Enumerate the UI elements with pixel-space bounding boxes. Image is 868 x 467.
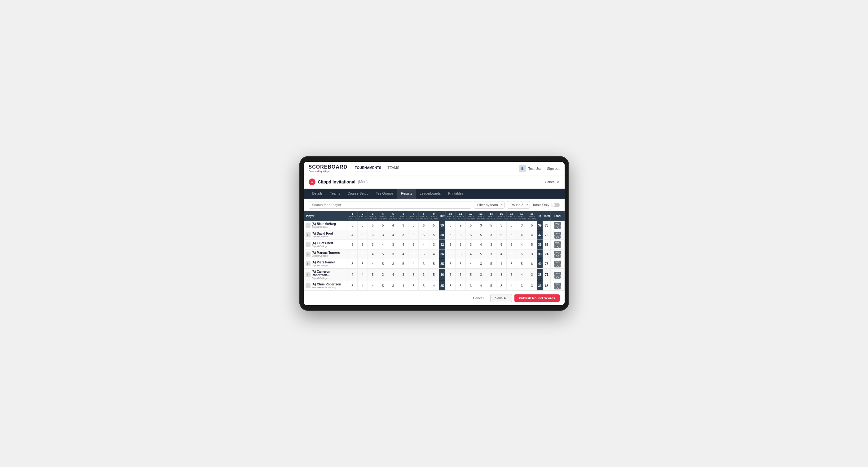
hole-18-score[interactable]: 3 — [527, 249, 537, 259]
hole-18-score[interactable]: 3 — [527, 281, 537, 291]
hole-17-score[interactable]: 4 — [517, 269, 527, 281]
signout-link[interactable]: Sign out — [547, 167, 559, 170]
hole-17-score[interactable]: 3 — [517, 221, 527, 230]
hole-8-score[interactable]: 4 — [418, 240, 429, 249]
hole-9-score[interactable]: 4 — [429, 249, 439, 259]
hole-16-score[interactable]: 3 — [506, 221, 517, 230]
hole-14-score[interactable]: 3 — [486, 249, 496, 259]
tab-teams[interactable]: Teams — [326, 189, 344, 199]
hole-11-score[interactable]: 5 — [456, 230, 466, 240]
publish-round-scores-button[interactable]: Publish Round Scores — [515, 294, 559, 302]
hole-10-score[interactable]: 3 — [445, 281, 456, 291]
hole-4-score[interactable]: 4 — [378, 240, 388, 249]
hole-17-score[interactable]: 3 — [517, 281, 527, 291]
hole-9-score[interactable]: 5 — [429, 259, 439, 269]
hole-7-score[interactable]: 3 — [408, 281, 418, 291]
hole-12-score[interactable]: 4 — [466, 249, 476, 259]
hole-6-score[interactable]: 4 — [398, 249, 408, 259]
hole-1-score[interactable]: 3 — [347, 281, 357, 291]
hole-1-score[interactable]: 4 — [347, 230, 357, 240]
hole-5-score[interactable]: 3 — [388, 240, 398, 249]
hole-18-score[interactable]: 5 — [527, 240, 537, 249]
tab-course-setup[interactable]: Course Setup — [344, 189, 372, 199]
dq-badge[interactable]: DQ — [554, 264, 561, 268]
hole-11-score[interactable]: 5 — [456, 281, 466, 291]
hole-14-score[interactable]: 5 — [486, 259, 496, 269]
hole-3-score[interactable]: 3 — [368, 230, 378, 240]
hole-1-score[interactable]: 4 — [347, 269, 357, 281]
hole-5-score[interactable]: 4 — [388, 269, 398, 281]
hole-8-score[interactable]: 3 — [418, 259, 429, 269]
tab-details[interactable]: Details — [309, 189, 327, 199]
hole-10-score[interactable]: 3 — [445, 230, 456, 240]
hole-18-score[interactable]: 6 — [527, 259, 537, 269]
hole-6-score[interactable]: 4 — [398, 240, 408, 249]
hole-3-score[interactable]: 4 — [368, 281, 378, 291]
nav-link-teams[interactable]: TEAMS — [388, 166, 399, 172]
hole-1-score[interactable]: 5 — [347, 249, 357, 259]
hole-4-score[interactable]: 5 — [378, 259, 388, 269]
tab-leaderboards[interactable]: Leaderboards — [416, 189, 444, 199]
hole-10-score[interactable]: 3 — [445, 240, 456, 249]
hole-6-score[interactable]: 3 — [398, 269, 408, 281]
hole-4-score[interactable]: 5 — [378, 249, 388, 259]
hole-13-score[interactable]: 4 — [476, 240, 486, 249]
dq-badge[interactable]: DQ — [554, 226, 561, 229]
hole-15-score[interactable]: 4 — [496, 249, 506, 259]
hole-8-score[interactable]: 5 — [418, 249, 429, 259]
hole-8-score[interactable]: 3 — [418, 269, 429, 281]
hole-13-score[interactable]: 4 — [476, 281, 486, 291]
hole-10-score[interactable]: 6 — [445, 269, 456, 281]
hole-15-score[interactable]: 3 — [496, 281, 506, 291]
hole-6-score[interactable]: 3 — [398, 221, 408, 230]
search-input[interactable] — [309, 201, 472, 209]
hole-2-score[interactable]: 4 — [357, 281, 368, 291]
hole-7-score[interactable]: 3 — [408, 240, 418, 249]
hole-9-score[interactable]: 4 — [429, 281, 439, 291]
hole-13-score[interactable]: 3 — [476, 221, 486, 230]
hole-7-score[interactable]: 4 — [408, 259, 418, 269]
hole-9-score[interactable]: 3 — [429, 240, 439, 249]
hole-10-score[interactable]: 6 — [445, 221, 456, 230]
hole-17-score[interactable]: 4 — [517, 240, 527, 249]
tab-printables[interactable]: Printables — [444, 189, 467, 199]
hole-17-score[interactable]: 5 — [517, 259, 527, 269]
hole-11-score[interactable]: 3 — [456, 249, 466, 259]
hole-18-score[interactable]: 4 — [527, 230, 537, 240]
hole-13-score[interactable]: 5 — [476, 230, 486, 240]
hole-1-score[interactable]: 3 — [347, 259, 357, 269]
hole-12-score[interactable]: 5 — [466, 221, 476, 230]
hole-5-score[interactable]: 4 — [388, 221, 398, 230]
hole-14-score[interactable]: 3 — [486, 230, 496, 240]
hole-11-score[interactable]: 9 — [456, 221, 466, 230]
hole-10-score[interactable]: 5 — [445, 249, 456, 259]
dq-badge[interactable]: DQ — [554, 275, 561, 279]
hole-12-score[interactable]: 3 — [466, 281, 476, 291]
hole-8-score[interactable]: 6 — [418, 221, 429, 230]
hole-3-score[interactable]: 5 — [368, 221, 378, 230]
hole-13-score[interactable]: 3 — [476, 259, 486, 269]
nav-link-tournaments[interactable]: TOURNAMENTS — [355, 166, 381, 172]
hole-9-score[interactable]: 5 — [429, 269, 439, 281]
hole-7-score[interactable]: 5 — [408, 221, 418, 230]
hole-13-score[interactable]: 5 — [476, 249, 486, 259]
dq-badge[interactable]: DQ — [554, 286, 561, 289]
hole-9-score[interactable]: 5 — [429, 221, 439, 230]
hole-2-score[interactable]: 3 — [357, 259, 368, 269]
hole-16-score[interactable]: 3 — [506, 240, 517, 249]
dq-badge[interactable]: DQ — [554, 235, 561, 239]
hole-4-score[interactable]: 3 — [378, 230, 388, 240]
hole-17-score[interactable]: 5 — [517, 249, 527, 259]
wd-badge[interactable]: WD — [554, 251, 561, 254]
hole-12-score[interactable]: 3 — [466, 240, 476, 249]
hole-5-score[interactable]: 3 — [388, 259, 398, 269]
hole-8-score[interactable]: 5 — [418, 281, 429, 291]
hole-14-score[interactable]: 5 — [486, 221, 496, 230]
hole-7-score[interactable]: 5 — [408, 230, 418, 240]
hole-12-score[interactable]: 5 — [466, 269, 476, 281]
hole-15-score[interactable]: 5 — [496, 240, 506, 249]
hole-18-score[interactable]: 3 — [527, 269, 537, 281]
hole-16-score[interactable]: 3 — [506, 230, 517, 240]
hole-15-score[interactable]: 4 — [496, 259, 506, 269]
tab-results[interactable]: Results — [397, 189, 416, 199]
